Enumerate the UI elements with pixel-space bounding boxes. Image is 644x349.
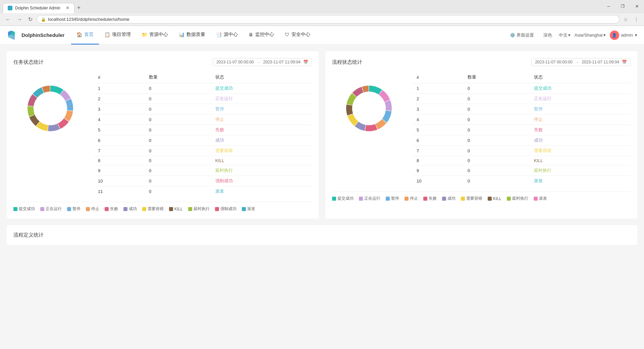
row-id: 5: [94, 125, 145, 135]
stats-row: 任务状态统计 2023-11-07 00:00:00 → 2023-11-07 …: [7, 51, 637, 218]
legend-item: 提交成功: [13, 206, 35, 212]
row-status: 停止: [530, 114, 631, 125]
minimize-button[interactable]: ─: [602, 2, 615, 11]
svg-point-4: [352, 92, 386, 125]
bookmark-star-icon[interactable]: ☆: [622, 15, 630, 23]
theme-button[interactable]: 深色: [541, 31, 555, 40]
legend-dot: [461, 197, 465, 201]
row-status: 停止: [211, 114, 312, 125]
row-count: 0: [464, 165, 530, 176]
task-date-range[interactable]: 2023-11-07 00:00:00 → 2023-11-07 11:09:0…: [213, 58, 312, 66]
nav-item-dataquality[interactable]: 📊 数据质量: [173, 26, 211, 45]
nav-item-security[interactable]: 🛡 安全中心: [279, 26, 316, 45]
legend-item: 停止: [405, 196, 418, 201]
process-stats-header: 流程状态统计 2023-11-07 00:00:00 → 2023-11-07 …: [332, 58, 631, 66]
legend-label: KILL: [174, 207, 183, 211]
table-row: 7 0 需要容错: [94, 146, 312, 156]
settings-button[interactable]: ⚙️ 界面设置: [507, 31, 537, 40]
task-col-status: 状态: [211, 71, 312, 83]
row-id: 6: [413, 135, 464, 146]
process-col-count: 数量: [464, 71, 530, 83]
nav-datasource-label: 源中心: [224, 32, 238, 38]
table-row: 5 0 失败: [413, 125, 631, 135]
url-bar[interactable]: 🔒 localhost:12345/dolphinscheduler/ui/ho…: [37, 15, 620, 23]
legend-item: 暂停: [386, 196, 399, 201]
legend-dot: [188, 207, 192, 211]
legend-item: 延时执行: [507, 196, 528, 201]
nav-item-resource[interactable]: 📁 资源中心: [136, 26, 173, 45]
row-count: 0: [145, 146, 211, 156]
nav-item-project[interactable]: 📋 项目管理: [99, 26, 136, 45]
task-chart-table: # 数量 状态 1 0 提交成功 2 0 正在运行 3 0 暂停 4 0 停止: [13, 71, 312, 196]
nav-menu: 🏠 首页 📋 项目管理 📁 资源中心 📊 数据质量 📑 源中心 🖥 监控中心 🛡…: [71, 26, 507, 45]
process-legend: 提交成功 正在运行 暂停 停止 失败 成功 需要容错 KILL 延时执行 派: [332, 191, 631, 201]
row-count: 0: [464, 176, 530, 186]
project-nav-icon: 📋: [104, 32, 110, 37]
legend-label: 成功: [447, 196, 455, 201]
process-stats-card: 流程状态统计 2023-11-07 00:00:00 → 2023-11-07 …: [325, 51, 637, 218]
legend-dot: [105, 207, 109, 211]
process-date-arrow-icon: →: [575, 60, 579, 64]
row-count: 0: [464, 135, 530, 146]
legend-item: 派发: [534, 196, 547, 201]
row-status: KILL: [211, 156, 312, 165]
process-stats-table: # 数量 状态 1 0 提交成功 2 0 正在运行 3 0 暂停 4 0 停止: [413, 71, 631, 186]
user-chevron-icon: ▾: [635, 33, 637, 38]
new-tab-button[interactable]: +: [74, 4, 84, 13]
row-status: 派发: [530, 176, 631, 186]
row-status: 提交成功: [211, 83, 312, 94]
legend-dot: [169, 207, 173, 211]
user-menu[interactable]: 👤 admin ▾: [610, 31, 637, 40]
task-legend: 提交成功 正在运行 暂停 停止 失败 成功 需要容错 KILL 延时执行 强: [13, 202, 312, 212]
legend-item: KILL: [169, 206, 183, 212]
browser-tab[interactable]: Dolphin Scheduler Admin ✕: [3, 3, 74, 13]
row-id: 4: [94, 114, 145, 125]
table-row: 9 0 延时执行: [94, 165, 312, 176]
task-calendar-icon[interactable]: 📅: [303, 60, 308, 64]
process-calendar-icon[interactable]: 📅: [622, 60, 627, 64]
nav-item-monitor[interactable]: 🖥 监控中心: [243, 26, 279, 45]
language-selector[interactable]: 中文 ▾: [559, 32, 571, 38]
legend-dot: [488, 197, 492, 201]
table-row: 2 0 正在运行: [94, 94, 312, 104]
row-status: 成功: [211, 135, 312, 146]
legend-label: 派发: [539, 196, 547, 201]
tab-close-button[interactable]: ✕: [63, 5, 69, 10]
forward-button[interactable]: →: [15, 15, 24, 24]
legend-dot: [534, 197, 538, 201]
row-id: 8: [94, 156, 145, 165]
back-button[interactable]: ←: [3, 15, 13, 24]
row-count: 0: [464, 125, 530, 135]
row-status: 暂停: [530, 104, 631, 114]
app-header: DolphinScheduler 🏠 首页 📋 项目管理 📁 资源中心 📊 数据…: [0, 26, 644, 45]
table-row: 2 0 正在运行: [413, 94, 631, 104]
lock-icon: 🔒: [41, 17, 46, 22]
task-date-start: 2023-11-07 00:00:00: [216, 60, 254, 64]
process-date-end: 2023-11-07 11:09:04: [582, 60, 619, 64]
row-count: 0: [145, 186, 211, 197]
row-status: 延时执行: [530, 165, 631, 176]
legend-dot: [215, 207, 219, 211]
table-row: 1 0 提交成功: [94, 83, 312, 94]
language-label: 中文: [559, 32, 568, 38]
maximize-button[interactable]: ❐: [615, 2, 630, 11]
task-date-end: 2023-11-07 11:09:04: [263, 60, 301, 64]
security-nav-icon: 🛡: [285, 32, 289, 37]
close-button[interactable]: ✕: [630, 2, 644, 11]
timezone-selector[interactable]: Asia/Shanghai ▾: [575, 33, 606, 38]
browser-menu-icon[interactable]: ⋮: [632, 15, 641, 23]
process-date-range[interactable]: 2023-11-07 00:00:00 → 2023-11-07 11:09:0…: [531, 58, 631, 66]
legend-label: 暂停: [391, 196, 399, 201]
row-count: 0: [145, 135, 211, 146]
nav-item-datasource[interactable]: 📑 源中心: [211, 26, 243, 45]
legend-dot: [386, 197, 390, 201]
user-avatar: 👤: [610, 31, 619, 40]
row-count: 0: [464, 156, 530, 165]
refresh-button[interactable]: ↻: [26, 15, 35, 24]
nav-item-home[interactable]: 🏠 首页: [71, 26, 99, 45]
process-chart-table: # 数量 状态 1 0 提交成功 2 0 正在运行 3 0 暂停 4 0 停止: [332, 71, 631, 186]
row-id: 4: [413, 114, 464, 125]
table-row: 8 0 KILL: [94, 156, 312, 165]
row-status: 强制成功: [211, 176, 312, 186]
legend-dot: [405, 197, 409, 201]
